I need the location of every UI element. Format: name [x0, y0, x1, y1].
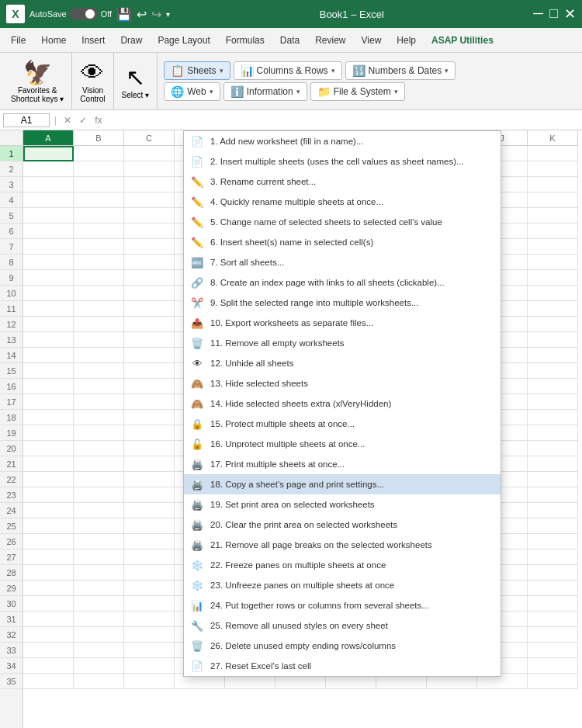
- cell-row6-col10[interactable]: [528, 224, 578, 239]
- cell-row9-col10[interactable]: [528, 270, 578, 286]
- cell-row28-col2[interactable]: [124, 565, 175, 581]
- cell-row35-col2[interactable]: [124, 674, 175, 689]
- cell-row14-col2[interactable]: [124, 348, 175, 363]
- cell-row34-col10[interactable]: [528, 658, 578, 674]
- cell-row26-col2[interactable]: [124, 534, 175, 549]
- undo-icon[interactable]: ↩: [137, 7, 147, 22]
- cell-row6-col0[interactable]: [23, 224, 74, 239]
- cell-row11-col1[interactable]: [74, 301, 124, 317]
- cell-row15-col2[interactable]: [124, 363, 175, 379]
- cell-row21-col2[interactable]: [124, 456, 175, 472]
- cell-row20-col10[interactable]: [528, 441, 578, 456]
- cell-row28-col0[interactable]: [23, 565, 74, 581]
- cell-row15-col10[interactable]: [528, 363, 578, 379]
- cell-row16-col1[interactable]: [74, 379, 124, 394]
- cell-row22-col2[interactable]: [124, 472, 175, 487]
- cell-row17-col1[interactable]: [74, 394, 124, 410]
- cell-row2-col0[interactable]: [23, 161, 74, 177]
- autosave-toggle[interactable]: [70, 8, 98, 20]
- menu-item-7[interactable]: 🔤7. Sort all sheets...: [184, 252, 501, 272]
- cell-row31-col10[interactable]: [528, 612, 578, 627]
- cell-row18-col0[interactable]: [23, 410, 74, 425]
- cell-row24-col1[interactable]: [74, 503, 124, 518]
- cell-row16-col2[interactable]: [124, 379, 175, 394]
- vision-control-button[interactable]: 👁 VisionControl: [77, 57, 108, 106]
- menu-item-12[interactable]: 👁12. Unhide all sheets: [184, 353, 501, 373]
- cell-row9-col0[interactable]: [23, 270, 74, 286]
- numbers-dates-dropdown[interactable]: 🔢 Numbers & Dates ▾: [345, 61, 456, 80]
- cell-row23-col1[interactable]: [74, 487, 124, 503]
- save-icon[interactable]: 💾: [116, 7, 132, 22]
- cell-row17-col10[interactable]: [528, 394, 578, 410]
- cell-row35-col10[interactable]: [528, 674, 578, 689]
- cell-row27-col2[interactable]: [124, 549, 175, 565]
- cell-row26-col1[interactable]: [74, 534, 124, 549]
- cell-row2-col1[interactable]: [74, 161, 124, 177]
- menu-file[interactable]: File: [3, 32, 33, 49]
- cell-row17-col2[interactable]: [124, 394, 175, 410]
- close-button[interactable]: ✕: [564, 5, 576, 23]
- cell-row24-col2[interactable]: [124, 503, 175, 518]
- cell-row7-col0[interactable]: [23, 239, 74, 255]
- cell-row17-col0[interactable]: [23, 394, 74, 410]
- cell-row13-col10[interactable]: [528, 332, 578, 348]
- cell-row3-col2[interactable]: [124, 177, 175, 192]
- cell-row28-col1[interactable]: [74, 565, 124, 581]
- cell-row29-col10[interactable]: [528, 581, 578, 596]
- cell-row34-col2[interactable]: [124, 658, 175, 674]
- cell-row5-col2[interactable]: [124, 208, 175, 224]
- cell-row23-col10[interactable]: [528, 487, 578, 503]
- cell-row10-col2[interactable]: [124, 286, 175, 301]
- redo-icon[interactable]: ↪: [151, 7, 161, 22]
- menu-item-24[interactable]: 📊24. Put together rows or columns from s…: [184, 595, 501, 615]
- menu-draw[interactable]: Draw: [113, 32, 150, 49]
- function-icon[interactable]: fx: [92, 115, 104, 126]
- cell-row13-col1[interactable]: [74, 332, 124, 348]
- cell-ref-input[interactable]: [3, 113, 50, 127]
- cell-row6-col2[interactable]: [124, 224, 175, 239]
- cell-row16-col0[interactable]: [23, 379, 74, 394]
- cell-row10-col0[interactable]: [23, 286, 74, 301]
- sheets-dropdown[interactable]: 📋 Sheets ▾: [164, 61, 230, 80]
- menu-item-14[interactable]: 🙈14. Hide selected sheets extra (xlVeryH…: [184, 393, 501, 414]
- cell-row32-col0[interactable]: [23, 627, 74, 643]
- confirm-formula-icon[interactable]: ✓: [77, 115, 89, 126]
- cell-row32-col10[interactable]: [528, 627, 578, 643]
- cell-row11-col0[interactable]: [23, 301, 74, 317]
- cell-row21-col1[interactable]: [74, 456, 124, 472]
- formula-input[interactable]: [107, 114, 579, 127]
- cell-row12-col2[interactable]: [124, 317, 175, 332]
- menu-item-2[interactable]: 📄2. Insert multiple sheets (uses the cel…: [184, 151, 501, 172]
- cell-row25-col2[interactable]: [124, 518, 175, 534]
- cell-a1[interactable]: [23, 146, 74, 161]
- cell-row22-col1[interactable]: [74, 472, 124, 487]
- cell-row7-col2[interactable]: [124, 239, 175, 255]
- cell-row27-col1[interactable]: [74, 549, 124, 565]
- cell-row14-col10[interactable]: [528, 348, 578, 363]
- menu-home[interactable]: Home: [33, 32, 74, 49]
- menu-asap[interactable]: ASAP Utilities: [424, 32, 501, 49]
- menu-item-10[interactable]: 📤10. Export worksheets as separate files…: [184, 313, 501, 333]
- cell-row16-col10[interactable]: [528, 379, 578, 394]
- menu-item-16[interactable]: 🔓16. Unprotect multiple sheets at once..…: [184, 434, 501, 454]
- cell-row33-col0[interactable]: [23, 643, 74, 658]
- columns-rows-dropdown[interactable]: 📊 Columns & Rows ▾: [234, 61, 342, 80]
- cell-row3-col10[interactable]: [528, 177, 578, 192]
- menu-data[interactable]: Data: [272, 32, 307, 49]
- cell-row15-col1[interactable]: [74, 363, 124, 379]
- cell-row14-col0[interactable]: [23, 348, 74, 363]
- menu-item-18[interactable]: 🖨️18. Copy a sheet's page and print sett…: [184, 474, 501, 494]
- cell-row9-col1[interactable]: [74, 270, 124, 286]
- cell-row14-col1[interactable]: [74, 348, 124, 363]
- menu-item-13[interactable]: 🙈13. Hide selected sheets: [184, 373, 501, 393]
- cell-row33-col10[interactable]: [528, 643, 578, 658]
- menu-item-20[interactable]: 🖨️20. Clear the print area on selected w…: [184, 515, 501, 535]
- menu-item-17[interactable]: 🖨️17. Print multiple sheets at once...: [184, 454, 501, 474]
- cell-row32-col1[interactable]: [74, 627, 124, 643]
- menu-item-4[interactable]: ✏️4. Quickly rename multiple sheets at o…: [184, 192, 501, 212]
- cell-row29-col1[interactable]: [74, 581, 124, 596]
- cell-row20-col0[interactable]: [23, 441, 74, 456]
- cell-row23-col2[interactable]: [124, 487, 175, 503]
- cell-row23-col0[interactable]: [23, 487, 74, 503]
- menu-item-23[interactable]: ❄️23. Unfreeze panes on multiple sheets …: [184, 575, 501, 595]
